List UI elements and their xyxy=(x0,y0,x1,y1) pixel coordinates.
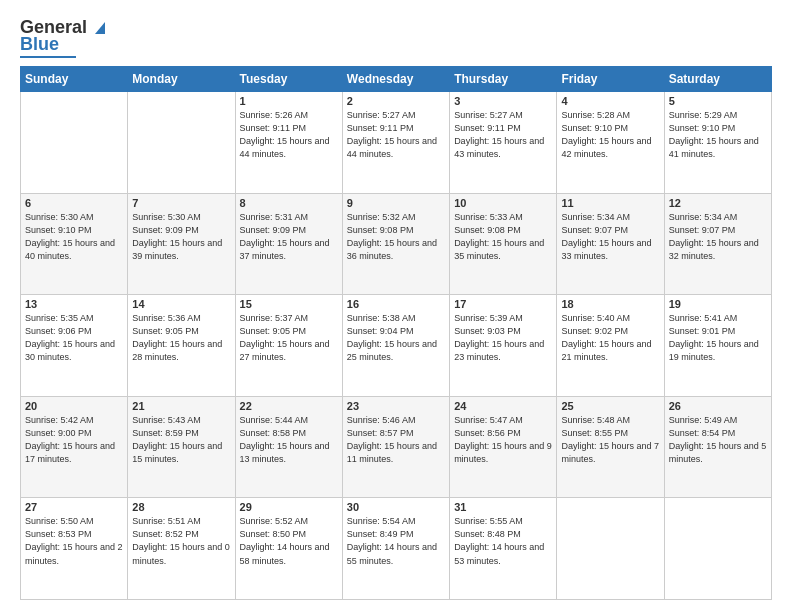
day-number: 11 xyxy=(561,197,659,209)
calendar-cell: 10Sunrise: 5:33 AMSunset: 9:08 PMDayligh… xyxy=(450,193,557,295)
weekday-header: Sunday xyxy=(21,67,128,92)
calendar-cell: 17Sunrise: 5:39 AMSunset: 9:03 PMDayligh… xyxy=(450,295,557,397)
cell-details: Sunrise: 5:39 AMSunset: 9:03 PMDaylight:… xyxy=(454,312,552,364)
day-number: 14 xyxy=(132,298,230,310)
day-number: 7 xyxy=(132,197,230,209)
calendar-cell: 24Sunrise: 5:47 AMSunset: 8:56 PMDayligh… xyxy=(450,396,557,498)
calendar-cell: 19Sunrise: 5:41 AMSunset: 9:01 PMDayligh… xyxy=(664,295,771,397)
calendar-cell xyxy=(557,498,664,600)
logo-blue-text: Blue xyxy=(20,34,59,55)
day-number: 16 xyxy=(347,298,445,310)
cell-details: Sunrise: 5:38 AMSunset: 9:04 PMDaylight:… xyxy=(347,312,445,364)
day-number: 4 xyxy=(561,95,659,107)
calendar-cell: 6Sunrise: 5:30 AMSunset: 9:10 PMDaylight… xyxy=(21,193,128,295)
header: General Blue xyxy=(20,16,772,58)
day-number: 27 xyxy=(25,501,123,513)
cell-details: Sunrise: 5:32 AMSunset: 9:08 PMDaylight:… xyxy=(347,211,445,263)
day-number: 5 xyxy=(669,95,767,107)
calendar-cell: 29Sunrise: 5:52 AMSunset: 8:50 PMDayligh… xyxy=(235,498,342,600)
calendar-week-row: 6Sunrise: 5:30 AMSunset: 9:10 PMDaylight… xyxy=(21,193,772,295)
day-number: 10 xyxy=(454,197,552,209)
calendar-cell xyxy=(21,92,128,194)
day-number: 15 xyxy=(240,298,338,310)
day-number: 2 xyxy=(347,95,445,107)
calendar-cell: 9Sunrise: 5:32 AMSunset: 9:08 PMDaylight… xyxy=(342,193,449,295)
day-number: 21 xyxy=(132,400,230,412)
calendar-week-row: 1Sunrise: 5:26 AMSunset: 9:11 PMDaylight… xyxy=(21,92,772,194)
cell-details: Sunrise: 5:37 AMSunset: 9:05 PMDaylight:… xyxy=(240,312,338,364)
cell-details: Sunrise: 5:27 AMSunset: 9:11 PMDaylight:… xyxy=(347,109,445,161)
calendar-cell: 26Sunrise: 5:49 AMSunset: 8:54 PMDayligh… xyxy=(664,396,771,498)
cell-details: Sunrise: 5:51 AMSunset: 8:52 PMDaylight:… xyxy=(132,515,230,567)
day-number: 26 xyxy=(669,400,767,412)
day-number: 18 xyxy=(561,298,659,310)
cell-details: Sunrise: 5:30 AMSunset: 9:10 PMDaylight:… xyxy=(25,211,123,263)
day-number: 31 xyxy=(454,501,552,513)
calendar-cell: 15Sunrise: 5:37 AMSunset: 9:05 PMDayligh… xyxy=(235,295,342,397)
calendar-cell: 12Sunrise: 5:34 AMSunset: 9:07 PMDayligh… xyxy=(664,193,771,295)
calendar-cell: 3Sunrise: 5:27 AMSunset: 9:11 PMDaylight… xyxy=(450,92,557,194)
cell-details: Sunrise: 5:46 AMSunset: 8:57 PMDaylight:… xyxy=(347,414,445,466)
day-number: 25 xyxy=(561,400,659,412)
day-number: 22 xyxy=(240,400,338,412)
calendar-cell: 21Sunrise: 5:43 AMSunset: 8:59 PMDayligh… xyxy=(128,396,235,498)
calendar-week-row: 13Sunrise: 5:35 AMSunset: 9:06 PMDayligh… xyxy=(21,295,772,397)
calendar-cell: 20Sunrise: 5:42 AMSunset: 9:00 PMDayligh… xyxy=(21,396,128,498)
logo-underline xyxy=(20,56,76,58)
cell-details: Sunrise: 5:43 AMSunset: 8:59 PMDaylight:… xyxy=(132,414,230,466)
calendar-cell: 11Sunrise: 5:34 AMSunset: 9:07 PMDayligh… xyxy=(557,193,664,295)
calendar-cell: 28Sunrise: 5:51 AMSunset: 8:52 PMDayligh… xyxy=(128,498,235,600)
cell-details: Sunrise: 5:55 AMSunset: 8:48 PMDaylight:… xyxy=(454,515,552,567)
cell-details: Sunrise: 5:50 AMSunset: 8:53 PMDaylight:… xyxy=(25,515,123,567)
cell-details: Sunrise: 5:31 AMSunset: 9:09 PMDaylight:… xyxy=(240,211,338,263)
day-number: 28 xyxy=(132,501,230,513)
calendar-header-row: SundayMondayTuesdayWednesdayThursdayFrid… xyxy=(21,67,772,92)
cell-details: Sunrise: 5:48 AMSunset: 8:55 PMDaylight:… xyxy=(561,414,659,466)
cell-details: Sunrise: 5:33 AMSunset: 9:08 PMDaylight:… xyxy=(454,211,552,263)
cell-details: Sunrise: 5:41 AMSunset: 9:01 PMDaylight:… xyxy=(669,312,767,364)
day-number: 1 xyxy=(240,95,338,107)
day-number: 8 xyxy=(240,197,338,209)
calendar-cell: 7Sunrise: 5:30 AMSunset: 9:09 PMDaylight… xyxy=(128,193,235,295)
cell-details: Sunrise: 5:36 AMSunset: 9:05 PMDaylight:… xyxy=(132,312,230,364)
day-number: 9 xyxy=(347,197,445,209)
day-number: 13 xyxy=(25,298,123,310)
day-number: 30 xyxy=(347,501,445,513)
day-number: 24 xyxy=(454,400,552,412)
calendar-cell xyxy=(664,498,771,600)
day-number: 6 xyxy=(25,197,123,209)
cell-details: Sunrise: 5:26 AMSunset: 9:11 PMDaylight:… xyxy=(240,109,338,161)
logo: General Blue xyxy=(20,16,111,58)
calendar-cell: 23Sunrise: 5:46 AMSunset: 8:57 PMDayligh… xyxy=(342,396,449,498)
calendar-cell: 25Sunrise: 5:48 AMSunset: 8:55 PMDayligh… xyxy=(557,396,664,498)
weekday-header: Thursday xyxy=(450,67,557,92)
cell-details: Sunrise: 5:44 AMSunset: 8:58 PMDaylight:… xyxy=(240,414,338,466)
cell-details: Sunrise: 5:29 AMSunset: 9:10 PMDaylight:… xyxy=(669,109,767,161)
svg-marker-0 xyxy=(95,22,105,34)
calendar-week-row: 27Sunrise: 5:50 AMSunset: 8:53 PMDayligh… xyxy=(21,498,772,600)
day-number: 29 xyxy=(240,501,338,513)
calendar-table: SundayMondayTuesdayWednesdayThursdayFrid… xyxy=(20,66,772,600)
day-number: 23 xyxy=(347,400,445,412)
weekday-header: Tuesday xyxy=(235,67,342,92)
calendar-cell: 5Sunrise: 5:29 AMSunset: 9:10 PMDaylight… xyxy=(664,92,771,194)
weekday-header: Monday xyxy=(128,67,235,92)
calendar-cell: 16Sunrise: 5:38 AMSunset: 9:04 PMDayligh… xyxy=(342,295,449,397)
calendar-cell: 22Sunrise: 5:44 AMSunset: 8:58 PMDayligh… xyxy=(235,396,342,498)
cell-details: Sunrise: 5:40 AMSunset: 9:02 PMDaylight:… xyxy=(561,312,659,364)
logo-icon xyxy=(89,16,111,38)
weekday-header: Saturday xyxy=(664,67,771,92)
day-number: 19 xyxy=(669,298,767,310)
cell-details: Sunrise: 5:27 AMSunset: 9:11 PMDaylight:… xyxy=(454,109,552,161)
weekday-header: Wednesday xyxy=(342,67,449,92)
cell-details: Sunrise: 5:49 AMSunset: 8:54 PMDaylight:… xyxy=(669,414,767,466)
weekday-header: Friday xyxy=(557,67,664,92)
cell-details: Sunrise: 5:42 AMSunset: 9:00 PMDaylight:… xyxy=(25,414,123,466)
calendar-cell: 4Sunrise: 5:28 AMSunset: 9:10 PMDaylight… xyxy=(557,92,664,194)
cell-details: Sunrise: 5:34 AMSunset: 9:07 PMDaylight:… xyxy=(669,211,767,263)
calendar-cell: 14Sunrise: 5:36 AMSunset: 9:05 PMDayligh… xyxy=(128,295,235,397)
page: General Blue SundayMondayTuesdayWednesda… xyxy=(0,0,792,612)
calendar-cell: 27Sunrise: 5:50 AMSunset: 8:53 PMDayligh… xyxy=(21,498,128,600)
cell-details: Sunrise: 5:34 AMSunset: 9:07 PMDaylight:… xyxy=(561,211,659,263)
cell-details: Sunrise: 5:28 AMSunset: 9:10 PMDaylight:… xyxy=(561,109,659,161)
